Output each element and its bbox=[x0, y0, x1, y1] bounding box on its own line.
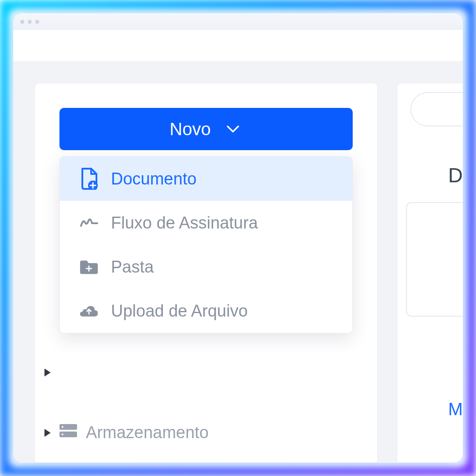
menu-item-signature-flow[interactable]: Fluxo de Assinatura bbox=[60, 201, 352, 245]
caret-right-icon bbox=[44, 369, 51, 376]
tree-item-storage[interactable]: Armazenamento bbox=[44, 423, 209, 442]
menu-item-label: Pasta bbox=[111, 258, 154, 277]
storage-icon bbox=[59, 423, 78, 442]
app-window: Novo bbox=[13, 13, 463, 463]
right-pill-partial bbox=[410, 92, 463, 126]
right-box-partial bbox=[406, 202, 463, 317]
menu-item-label: Documento bbox=[111, 170, 196, 188]
svg-point-3 bbox=[62, 426, 63, 428]
right-panel: D M bbox=[397, 83, 463, 463]
partial-text-m: M bbox=[448, 399, 463, 419]
tree-item-label: Armazenamento bbox=[86, 423, 209, 442]
document-plus-icon bbox=[79, 169, 99, 188]
menu-item-label: Upload de Arquivo bbox=[111, 302, 248, 321]
menu-item-upload-file[interactable]: Upload de Arquivo bbox=[60, 289, 352, 333]
svg-point-4 bbox=[62, 434, 63, 435]
content-area: Novo bbox=[13, 62, 463, 463]
menu-item-document[interactable]: Documento bbox=[60, 157, 352, 201]
caret-right-icon bbox=[44, 429, 51, 437]
traffic-light-dot[interactable] bbox=[28, 20, 32, 24]
traffic-light-dot[interactable] bbox=[35, 20, 39, 24]
window-titlebar bbox=[13, 13, 463, 30]
traffic-light-dot[interactable] bbox=[20, 20, 24, 24]
signature-icon bbox=[79, 213, 99, 232]
menu-item-folder[interactable]: Pasta bbox=[60, 245, 352, 289]
new-button-label: Novo bbox=[170, 119, 210, 139]
toolbar-strip bbox=[13, 30, 463, 62]
folder-plus-icon bbox=[79, 257, 99, 277]
new-button[interactable]: Novo bbox=[59, 108, 353, 150]
menu-item-label: Fluxo de Assinatura bbox=[111, 214, 258, 232]
cloud-upload-icon bbox=[79, 301, 99, 321]
partial-text-d: D bbox=[448, 163, 463, 187]
chevron-down-icon bbox=[223, 119, 243, 139]
tree-item[interactable] bbox=[44, 369, 51, 376]
new-dropdown-menu: Documento Fluxo de Assinatura bbox=[59, 156, 353, 333]
sidebar-panel: Novo bbox=[34, 83, 378, 463]
